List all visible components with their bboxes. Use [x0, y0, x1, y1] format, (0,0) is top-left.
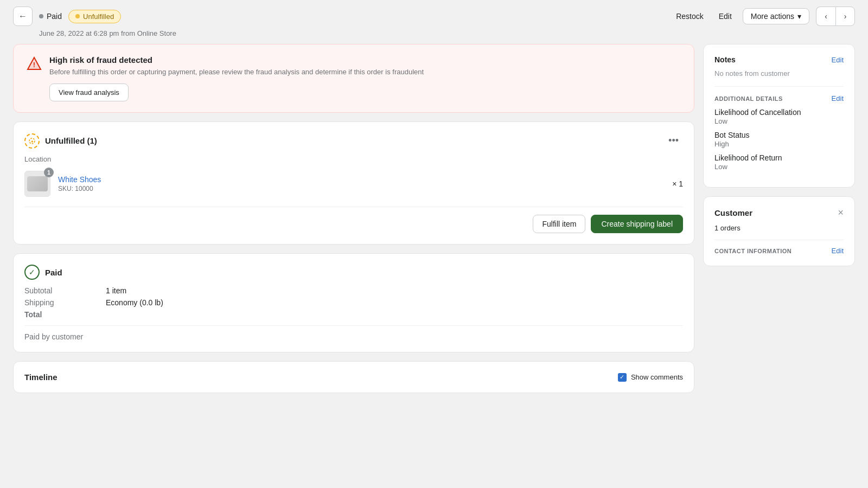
customer-title: Customer: [714, 208, 752, 217]
ad-item-label: Likelihood of Cancellation: [714, 108, 844, 117]
additional-details-items: Likelihood of Cancellation Low Bot Statu…: [714, 108, 844, 171]
notes-header: Notes Edit: [714, 55, 844, 64]
prev-button[interactable]: ‹: [816, 7, 835, 26]
unfulfilled-status: Unfulfilled: [68, 10, 121, 23]
main-content: ! High risk of fraud detected Before ful…: [0, 44, 868, 393]
order-subtitle: June 28, 2022 at 6:28 pm from Online Sto…: [0, 28, 868, 44]
paid-by-label: Paid by customer: [24, 332, 683, 341]
fulfillment-actions: Fulfill item Create shipping label: [24, 215, 683, 233]
ad-item-value: Low: [714, 163, 844, 171]
total-label: Total: [24, 310, 100, 319]
additional-details-section: ADDITIONAL DETAILS Edit Likelihood of Ca…: [714, 86, 844, 171]
back-button[interactable]: ←: [13, 7, 33, 26]
fraud-title: High risk of fraud detected: [49, 55, 424, 65]
paid-title-row: ✓ Paid: [24, 265, 62, 280]
product-info: White Shoes SKU: 10000: [58, 175, 665, 192]
fraud-icon: !: [27, 56, 42, 72]
fraud-alert-card: ! High risk of fraud detected Before ful…: [13, 44, 694, 113]
additional-details-title: ADDITIONAL DETAILS: [714, 95, 783, 102]
customer-header: Customer ×: [714, 208, 844, 217]
additional-details-edit-link[interactable]: Edit: [832, 94, 844, 102]
chevron-down-icon: ▾: [797, 12, 801, 21]
shipping-row: Shipping Economy (0.0 lb): [24, 298, 683, 307]
notes-title: Notes: [714, 55, 736, 64]
show-comments-checkbox[interactable]: ✓: [618, 373, 627, 382]
ad-item-label: Likelihood of Return: [714, 153, 844, 162]
show-comments-label: Show comments: [631, 373, 683, 381]
subtotal-value: 1 item: [106, 286, 126, 295]
shipping-label: Shipping: [24, 298, 100, 307]
customer-close-button[interactable]: ×: [838, 208, 844, 217]
fraud-description: Before fulfilling this order or capturin…: [49, 68, 424, 76]
left-column: ! High risk of fraud detected Before ful…: [13, 44, 694, 393]
ad-item-value: Low: [714, 117, 844, 125]
additional-detail-item: Likelihood of Cancellation Low: [714, 108, 844, 125]
fulfill-item-button[interactable]: Fulfill item: [533, 215, 585, 233]
svg-text:!: !: [33, 61, 35, 69]
product-quantity: × 1: [672, 179, 683, 188]
timeline-header: Timeline ✓ Show comments: [24, 373, 683, 382]
more-actions-label: More actions: [751, 12, 794, 21]
notes-card: Notes Edit No notes from customer ADDITI…: [703, 44, 855, 188]
subtotal-label: Subtotal: [24, 286, 100, 295]
fraud-alert-content: High risk of fraud detected Before fulfi…: [49, 55, 424, 101]
notes-edit-link[interactable]: Edit: [832, 56, 844, 64]
show-comments-row: ✓ Show comments: [618, 373, 683, 382]
unfulfilled-title-row: ✦ Unfulfilled (1): [24, 133, 97, 149]
next-button[interactable]: ›: [835, 7, 855, 26]
top-bar: ← Paid Unfulfilled Restock Edit More act…: [0, 0, 868, 28]
ad-item-value: High: [714, 140, 844, 148]
unfulfilled-dot: [75, 14, 80, 18]
unfulfilled-menu-button[interactable]: •••: [664, 133, 683, 149]
contact-info-section: CONTACT INFORMATION Edit: [714, 240, 844, 255]
contact-info-edit-link[interactable]: Edit: [832, 247, 844, 255]
paid-dot: [39, 14, 43, 18]
product-thumbnail-wrap: 1: [24, 171, 50, 197]
product-sku: SKU: 10000: [58, 185, 665, 192]
unfulfilled-title: Unfulfilled (1): [45, 136, 97, 145]
payment-rows: Subtotal 1 item Shipping Economy (0.0 lb…: [24, 286, 683, 319]
paid-title: Paid: [45, 268, 62, 277]
svg-text:✦: ✦: [30, 139, 34, 144]
subtotal-row: Subtotal 1 item: [24, 286, 683, 295]
additional-details-header: ADDITIONAL DETAILS Edit: [714, 94, 844, 102]
timeline-card: Timeline ✓ Show comments: [13, 361, 694, 393]
contact-info-header: CONTACT INFORMATION Edit: [714, 247, 844, 255]
edit-button[interactable]: Edit: [714, 9, 736, 24]
customer-card: Customer × 1 orders CONTACT INFORMATION …: [703, 196, 855, 266]
paid-status: Paid: [39, 12, 62, 21]
additional-detail-item: Bot Status High: [714, 131, 844, 148]
contact-info-title: CONTACT INFORMATION: [714, 248, 792, 254]
nav-buttons: ‹ ›: [816, 7, 855, 26]
unfulfilled-label: Unfulfilled: [83, 12, 114, 21]
product-row: 1 White Shoes SKU: 10000 × 1: [24, 171, 683, 207]
unfulfilled-icon: ✦: [24, 133, 40, 149]
paid-label: Paid: [47, 12, 62, 21]
total-row: Total: [24, 310, 683, 319]
paid-icon: ✓: [24, 265, 40, 280]
product-link[interactable]: White Shoes: [58, 175, 101, 184]
view-fraud-analysis-button[interactable]: View fraud analysis: [49, 84, 129, 101]
location-label: Location: [24, 155, 683, 163]
create-shipping-label-button[interactable]: Create shipping label: [591, 215, 683, 233]
quantity-badge: 1: [44, 168, 54, 177]
paid-card: ✓ Paid Subtotal 1 item Shipping Economy …: [13, 253, 694, 352]
top-bar-right: Restock Edit More actions ▾ ‹ ›: [672, 7, 855, 26]
no-notes-label: No notes from customer: [714, 69, 844, 78]
top-bar-left: ← Paid Unfulfilled: [13, 7, 121, 26]
more-actions-button[interactable]: More actions ▾: [743, 8, 809, 24]
shipping-value: Economy (0.0 lb): [106, 298, 163, 307]
additional-detail-item: Likelihood of Return Low: [714, 153, 844, 171]
unfulfilled-header: ✦ Unfulfilled (1) •••: [24, 133, 683, 149]
timeline-title: Timeline: [24, 373, 58, 382]
restock-button[interactable]: Restock: [672, 9, 708, 24]
right-column: Notes Edit No notes from customer ADDITI…: [703, 44, 855, 393]
paid-header: ✓ Paid: [24, 265, 683, 280]
ad-item-label: Bot Status: [714, 131, 844, 139]
paid-divider: [24, 325, 683, 326]
unfulfilled-card: ✦ Unfulfilled (1) ••• Location 1 White S…: [13, 121, 694, 245]
orders-count: 1 orders: [714, 224, 844, 232]
